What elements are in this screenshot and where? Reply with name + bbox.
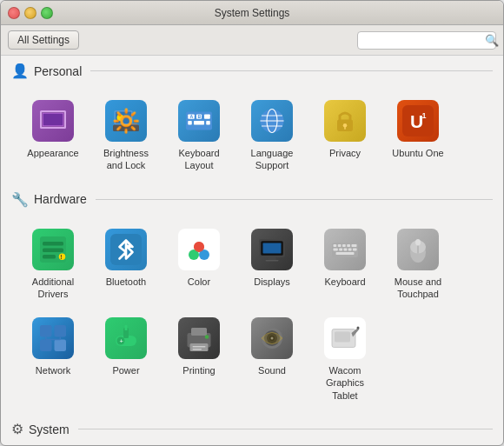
svg-rect-31 (43, 248, 63, 252)
bluetooth-icon-svg (110, 234, 142, 265)
section-hardware-title: Hardware (34, 192, 87, 206)
sound-icon-svg (256, 323, 288, 354)
wacom-label: Wacom Graphics Tablet (314, 364, 376, 402)
svg-rect-42 (269, 257, 276, 260)
svg-rect-47 (338, 244, 342, 247)
item-language-support[interactable]: Language Support (237, 93, 307, 179)
displays-icon (251, 229, 293, 270)
svg-point-78 (205, 335, 209, 339)
svg-rect-32 (43, 255, 56, 259)
bluetooth-icon (105, 229, 147, 270)
content-area: 👤 Personal Appearance (1, 56, 503, 445)
search-input[interactable] (363, 34, 485, 46)
item-wacom[interactable]: Wacom Graphics Tablet (310, 310, 380, 409)
item-appearance[interactable]: Appearance (18, 93, 88, 179)
svg-rect-44 (263, 243, 282, 253)
svg-rect-76 (193, 346, 206, 348)
language-support-label: Language Support (241, 147, 303, 172)
ubuntu-one-icon: U 1 (397, 100, 439, 142)
svg-rect-77 (193, 349, 202, 350)
window-title: System Settings (215, 7, 290, 19)
window-controls (8, 7, 53, 19)
keyboard-icon (324, 229, 366, 270)
svg-rect-3 (43, 114, 63, 126)
power-icon: + (105, 317, 147, 359)
item-keyboard[interactable]: Keyboard (310, 222, 380, 308)
power-label: Power (112, 364, 139, 376)
maximize-button[interactable] (41, 7, 53, 19)
svg-rect-86 (335, 332, 350, 343)
displays-icon-svg (256, 234, 288, 265)
network-icon (32, 317, 74, 359)
wacom-icon-svg (329, 323, 361, 354)
item-bluetooth[interactable]: Bluetooth (91, 222, 161, 308)
item-mouse-touchpad[interactable]: Mouse and Touchpad (383, 222, 453, 308)
svg-text:1: 1 (422, 111, 427, 120)
svg-rect-15 (206, 121, 210, 125)
section-system: ⚙ System Ba (11, 421, 493, 445)
svg-rect-74 (191, 328, 207, 336)
section-personal-divider (90, 70, 493, 71)
section-personal-header: 👤 Personal (11, 63, 493, 83)
item-privacy[interactable]: Privacy (310, 93, 380, 179)
item-keyboard-layout[interactable]: A B Keyboard Layout (164, 93, 234, 179)
personal-grid: Appearance Brightness and Lock (11, 90, 493, 183)
svg-rect-63 (40, 340, 52, 352)
svg-point-85 (357, 327, 360, 330)
item-ubuntu-one[interactable]: U 1 Ubuntu One (383, 93, 453, 179)
svg-rect-53 (344, 248, 348, 250)
additional-drivers-icon-svg: ! (37, 234, 69, 265)
svg-rect-6 (129, 123, 138, 131)
svg-text:+: + (120, 337, 124, 345)
additional-drivers-label: Additional Drivers (22, 276, 84, 301)
svg-point-39 (194, 242, 204, 252)
privacy-icon-svg (329, 105, 361, 136)
svg-rect-72 (125, 325, 128, 330)
appearance-icon-svg (37, 105, 69, 136)
printing-label: Printing (182, 364, 215, 376)
brightness-lock-label: Brightness and Lock (95, 147, 157, 172)
svg-rect-5 (116, 112, 131, 124)
hardware-grid: ! Additional Drivers Bluetooth (11, 218, 493, 412)
svg-rect-48 (342, 244, 346, 247)
section-personal: 👤 Personal Appearance (11, 63, 493, 183)
color-icon (178, 229, 220, 270)
svg-rect-50 (352, 244, 357, 247)
keyboard-layout-label: Keyboard Layout (168, 147, 230, 172)
keyboard-layout-icon: A B (178, 100, 220, 142)
keyboard-layout-icon-svg: A B (183, 105, 215, 136)
language-icon-svg (256, 105, 288, 136)
power-icon-svg: + (110, 323, 142, 354)
item-network[interactable]: Network (18, 310, 88, 409)
item-printing[interactable]: Printing (164, 310, 234, 409)
titlebar: System Settings (1, 1, 503, 25)
all-settings-button[interactable]: All Settings (8, 30, 79, 50)
keyboard-label: Keyboard (324, 276, 365, 288)
printing-icon (178, 317, 220, 359)
displays-label: Displays (254, 276, 290, 288)
item-sound[interactable]: Sound (237, 310, 307, 409)
svg-rect-13 (188, 121, 192, 125)
item-brightness-lock[interactable]: Brightness and Lock (91, 93, 161, 179)
item-power[interactable]: + Power (91, 310, 161, 409)
close-button[interactable] (8, 7, 20, 19)
item-displays[interactable]: Displays (237, 222, 307, 308)
privacy-icon (324, 100, 366, 142)
section-system-title: System (29, 423, 70, 436)
item-additional-drivers[interactable]: ! Additional Drivers (18, 222, 88, 308)
section-hardware-divider (96, 199, 493, 200)
svg-rect-12 (204, 115, 210, 119)
svg-rect-64 (55, 340, 67, 352)
item-color[interactable]: Color (164, 222, 234, 308)
appearance-icon (32, 100, 74, 142)
section-hardware: 🔧 Hardware ! (11, 191, 493, 412)
svg-point-60 (415, 239, 421, 246)
section-system-divider (78, 429, 493, 429)
section-personal-title: Personal (34, 64, 82, 78)
search-bar: 🔍 (357, 31, 496, 50)
appearance-label: Appearance (27, 147, 78, 159)
color-label: Color (188, 276, 210, 288)
ubuntu-one-icon-svg: U 1 (402, 105, 434, 136)
minimize-button[interactable] (24, 7, 36, 19)
network-label: Network (36, 364, 70, 376)
